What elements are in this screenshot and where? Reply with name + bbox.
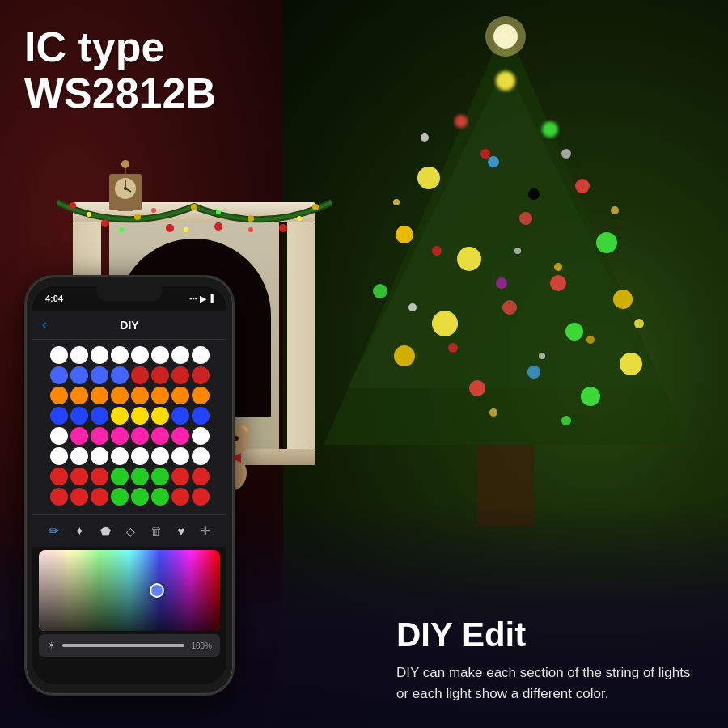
- color-dot[interactable]: [111, 346, 129, 364]
- ic-type-line2: WS2812B: [24, 70, 216, 116]
- brightness-bar: ☀ 100%: [39, 634, 220, 657]
- color-dot[interactable]: [171, 447, 189, 465]
- color-dot[interactable]: [91, 488, 108, 506]
- color-dot[interactable]: [50, 427, 68, 445]
- color-dot[interactable]: [192, 387, 210, 404]
- color-dot[interactable]: [171, 387, 189, 404]
- color-dot[interactable]: [151, 488, 169, 506]
- color-dot[interactable]: [171, 468, 189, 485]
- color-dot[interactable]: [151, 447, 169, 465]
- svg-point-36: [611, 206, 619, 214]
- color-dot[interactable]: [50, 407, 68, 425]
- app-header: ‹ DIY: [32, 311, 226, 340]
- color-dot[interactable]: [131, 427, 149, 445]
- color-dot[interactable]: [192, 447, 210, 465]
- color-dot[interactable]: [131, 346, 149, 364]
- svg-point-27: [554, 263, 562, 271]
- heart-icon[interactable]: ♥: [178, 524, 185, 538]
- svg-point-42: [561, 416, 571, 425]
- color-dot[interactable]: [111, 447, 129, 465]
- color-dot[interactable]: [70, 488, 88, 506]
- color-dot[interactable]: [50, 468, 68, 485]
- svg-point-30: [586, 336, 595, 344]
- color-dot[interactable]: [91, 407, 108, 425]
- svg-point-58: [297, 216, 302, 221]
- color-dot[interactable]: [50, 387, 68, 404]
- color-dot[interactable]: [171, 427, 189, 445]
- color-dot[interactable]: [192, 488, 210, 506]
- color-dot[interactable]: [70, 366, 88, 384]
- color-dot[interactable]: [131, 407, 149, 425]
- color-dot[interactable]: [111, 468, 129, 485]
- color-picker-cursor: [150, 583, 164, 598]
- color-dot[interactable]: [111, 366, 129, 384]
- color-row-8: [39, 488, 220, 506]
- color-dot[interactable]: [171, 346, 189, 364]
- color-dot[interactable]: [50, 447, 68, 465]
- svg-point-40: [539, 353, 545, 359]
- color-dot[interactable]: [50, 366, 68, 384]
- color-dot[interactable]: [171, 488, 189, 506]
- color-picker[interactable]: [39, 550, 220, 631]
- color-dot[interactable]: [111, 407, 129, 425]
- color-dot[interactable]: [70, 468, 88, 485]
- bucket-icon[interactable]: ⬟: [100, 524, 111, 539]
- color-dot[interactable]: [91, 387, 108, 404]
- svg-point-39: [634, 319, 644, 328]
- svg-point-19: [394, 345, 415, 366]
- color-dot[interactable]: [70, 427, 88, 445]
- wifi-icon: ▶: [200, 294, 206, 304]
- svg-point-49: [248, 215, 254, 222]
- color-dot[interactable]: [151, 387, 169, 404]
- diamond-icon[interactable]: ◇: [126, 525, 135, 538]
- phone-mockup: 4:04 ▪▪▪ ▶ ▐ ‹ DIY: [24, 275, 235, 696]
- plus-icon[interactable]: ✛: [200, 523, 210, 539]
- color-dot[interactable]: [171, 366, 189, 384]
- color-dot[interactable]: [151, 468, 169, 485]
- color-dot[interactable]: [91, 427, 108, 445]
- color-dot[interactable]: [151, 427, 169, 445]
- trash-icon[interactable]: 🗑: [150, 524, 163, 538]
- color-dot[interactable]: [70, 447, 88, 465]
- app-toolbar: ✏ ✦ ⬟ ◇ 🗑 ♥ ✛: [32, 514, 226, 547]
- color-dot[interactable]: [131, 447, 149, 465]
- color-dot[interactable]: [151, 407, 169, 425]
- svg-point-16: [432, 311, 458, 336]
- color-dot[interactable]: [192, 407, 210, 425]
- brightness-track[interactable]: [62, 644, 184, 647]
- color-dot[interactable]: [151, 346, 169, 364]
- color-dot[interactable]: [111, 488, 129, 506]
- ic-type-heading: IC type WS2812B: [24, 24, 216, 116]
- color-dot[interactable]: [131, 488, 149, 506]
- color-dot[interactable]: [131, 366, 149, 384]
- color-dot[interactable]: [91, 447, 108, 465]
- color-dot[interactable]: [111, 387, 129, 404]
- color-dot[interactable]: [192, 427, 210, 445]
- svg-point-23: [581, 387, 600, 406]
- diy-edit-title: DIY Edit: [396, 616, 704, 654]
- back-button[interactable]: ‹: [42, 316, 47, 333]
- color-dot[interactable]: [91, 346, 108, 364]
- color-dot[interactable]: [151, 366, 169, 384]
- color-dot[interactable]: [70, 346, 88, 364]
- color-dot[interactable]: [91, 366, 108, 384]
- color-dot[interactable]: [70, 407, 88, 425]
- color-dot[interactable]: [111, 427, 129, 445]
- color-row-3: [39, 387, 220, 404]
- color-dot[interactable]: [192, 468, 210, 485]
- color-dot[interactable]: [91, 468, 108, 485]
- svg-point-8: [488, 156, 499, 167]
- color-dot[interactable]: [192, 366, 210, 384]
- svg-point-26: [432, 246, 442, 256]
- status-time: 4:04: [45, 294, 63, 303]
- color-dot[interactable]: [131, 387, 149, 404]
- color-dot[interactable]: [50, 488, 68, 506]
- sparkle-icon[interactable]: ✦: [74, 524, 85, 539]
- color-dot[interactable]: [50, 346, 68, 364]
- color-dot[interactable]: [192, 346, 210, 364]
- color-dot[interactable]: [131, 468, 149, 485]
- diy-edit-description: DIY can make each section of the string …: [396, 662, 704, 704]
- color-dot[interactable]: [70, 387, 88, 404]
- pencil-icon[interactable]: ✏: [49, 523, 59, 539]
- color-dot[interactable]: [171, 407, 189, 425]
